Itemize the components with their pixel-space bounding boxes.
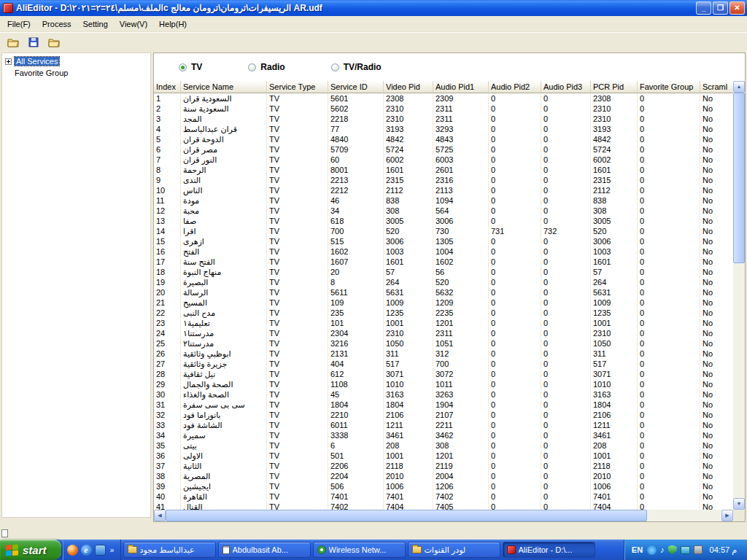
service-row-39[interactable]: 39ايجيشينTV506100612060010060No [154,481,733,491]
antivirus-shield-icon[interactable] [668,545,677,555]
open-folder-button[interactable] [44,34,63,50]
language-indicator[interactable]: EN [632,545,643,554]
minimize-button[interactable]: _ [696,1,711,15]
service-row-18[interactable]: 18منهاج النبوةTV20575600570No [154,267,733,277]
horizontal-scroll-thumb[interactable] [166,510,647,521]
tree-item-all-services[interactable]: All Services [4,55,149,67]
service-row-22[interactable]: 22مدح النبىTV235123522350012350No [154,308,733,318]
vertical-scroll-thumb[interactable] [733,93,745,263]
column-header-pcr-pid[interactable]: PCR Pid [591,81,638,93]
service-row-16[interactable]: 16الفتحTV1602100310040010030No [154,246,733,257]
service-row-32[interactable]: 32بانوراما فودTV2210210621070021060No [154,410,733,420]
service-row-27[interactable]: 27جزيرة وثائقيةTV404517700005170No [154,359,733,369]
service-row-12[interactable]: 12محبةTV34308564003080No [154,206,733,216]
maximize-button[interactable]: ❐ [713,1,728,15]
close-button[interactable]: ✕ [729,1,745,15]
taskbar-task-alieditor-d[interactable]: AliEditor - D:\... [503,542,595,558]
column-header-service-id[interactable]: Service ID [328,81,384,93]
menu-setting[interactable]: Setting [77,18,114,31]
start-button[interactable]: start [0,540,61,560]
service-row-13[interactable]: 13صفاTV618300530060030050No [154,216,733,226]
service-row-21[interactable]: 21المسيحTV109100912090010090No [154,298,733,308]
taskbar-task-لودر-القنوات[interactable]: لودر القنوات [408,542,500,558]
menu-file-f[interactable]: File(F) [1,18,36,31]
quick-launch-overflow-chevron[interactable]: » [109,546,116,554]
scroll-down-icon[interactable] [733,498,745,510]
filter-tv-radio[interactable]: TV/Radio [331,62,382,72]
vertical-scrollbar[interactable] [733,81,745,510]
column-header-video-pid[interactable]: Video Pid [384,81,433,93]
service-row-1[interactable]: 1السعودية قرانTV5601230823090023080No [154,93,733,104]
firefox-icon[interactable] [67,545,78,556]
service-row-40[interactable]: 40القاهرةTV7401740174020074010No [154,491,733,502]
taskbar-task-عبدالباسط-مجود[interactable]: عبدالباسط مجود [123,542,216,558]
service-row-36[interactable]: 36الاولىTV501100112010010010No [154,451,733,461]
service-row-31[interactable]: 31سى بى سى سفرةTV1804180419040018040No [154,400,733,410]
column-header-favorite-group[interactable]: Favorite Group [638,81,700,93]
scroll-left-icon[interactable] [154,510,166,521]
expand-plus-icon[interactable] [5,58,12,65]
service-row-24[interactable]: 24مدرستنا١TV2304231023110023100No [154,328,733,338]
filter-tv[interactable]: TV [179,62,202,72]
open-button[interactable] [4,34,22,50]
menu-view-v[interactable]: View(V) [114,18,153,31]
tree-item-favorite-group[interactable]: Favorite Group [4,67,149,79]
service-row-8[interactable]: 8الرحمةTV8001160126010016010No [154,165,733,175]
column-header-audio-pid3[interactable]: Audio Pid3 [541,81,591,93]
horizontal-scrollbar[interactable] [154,510,733,521]
save-button[interactable] [24,34,42,50]
service-row-23[interactable]: 23تعليمية١TV101100112010010010No [154,318,733,328]
service-row-2[interactable]: 2السعودية سنةTV5602231023110023100No [154,104,733,114]
volume-icon[interactable]: ♪ [660,545,665,554]
column-header-index[interactable]: Index [154,81,181,93]
cell: 2119 [433,461,489,471]
safely-remove-icon[interactable] [694,545,703,554]
service-row-33[interactable]: 33الشاشة فودTV6011121122110012110No [154,420,733,430]
internet-explorer-icon[interactable]: e [81,545,92,556]
scroll-up-icon[interactable] [733,81,745,93]
service-row-37[interactable]: 37الثانيةTV2206211821190021180No [154,461,733,471]
column-header-service-type[interactable]: Service Type [267,81,328,93]
clock[interactable]: م 04:57 [707,545,737,555]
column-header-service-name[interactable]: Service Name [181,81,267,93]
service-row-5[interactable]: 5الدوحة قرانTV4840484248430048420No [154,134,733,144]
service-row-7[interactable]: 7النور قرانTV60600260030060020No [154,155,733,165]
service-row-34[interactable]: 34سميرةTV3338346134620034610No [154,430,733,440]
network-icon[interactable] [681,546,690,554]
service-row-3[interactable]: 3المجدTV2218231023110023100No [154,114,733,124]
service-row-30[interactable]: 30الصحة والغذاءTV45316332630031630No [154,389,733,400]
cell: 1010 [384,379,433,389]
service-row-17[interactable]: 17الفتح سنةTV1607160116020016010No [154,257,733,267]
service-row-35[interactable]: 35بيتىTV6208308002080No [154,440,733,451]
service-row-29[interactable]: 29الصحة والجمالTV1108101010110010100No [154,379,733,389]
service-row-41[interactable]: 41القنالTV7402740474050074040No [154,502,733,510]
taskbar-task-abdulbasit-ab[interactable]: Abdulbasit Ab... [218,542,311,558]
column-header-scraml[interactable]: Scraml [700,81,733,93]
service-row-25[interactable]: 25مدرستنا٢TV3216105010510010500No [154,338,733,349]
scroll-right-icon[interactable] [721,510,733,521]
filter-radio[interactable]: Radio [248,62,285,72]
service-row-11[interactable]: 11مودةTV468381094008380No [154,195,733,206]
service-row-26[interactable]: 26ابوظبي وثائقيةTV2131311312003110No [154,349,733,359]
service-row-28[interactable]: 28نيل ثقافيةTV612307130720030710No [154,369,733,379]
service-row-15[interactable]: 15ازهرىTV515300613050030060No [154,236,733,246]
service-row-4[interactable]: 4قران عبدالباسطTV77319332930031930No [154,124,733,134]
messenger-icon[interactable] [95,545,106,556]
service-row-6[interactable]: 6مصر قرانTV5709572457250057240No [154,144,733,155]
cell: 0 [541,114,591,124]
cell: 34 [154,430,181,440]
menu-process[interactable]: Process [36,18,77,31]
service-row-20[interactable]: 20الرسالةTV5611563156320056310No [154,287,733,298]
service-row-9[interactable]: 9الندىTV2213231523160023150No [154,175,733,185]
service-row-14[interactable]: 14اقراTV7005207307317325200No [154,226,733,236]
taskbar-task-wireless-netw[interactable]: Wireless Netw... [313,542,406,558]
cell: 2310 [591,104,638,114]
connection-icon[interactable] [647,545,657,555]
service-row-19[interactable]: 19البصيرةTV8264520002640No [154,277,733,287]
service-row-38[interactable]: 38المصريةTV2204201020040020100No [154,471,733,481]
menu-help-h[interactable]: Help(H) [153,18,193,31]
column-header-audio-pid1[interactable]: Audio Pid1 [433,81,489,93]
title-bar[interactable]: AliEditor - D:\الملف\مسلم\٢٤=٢=٢٠٢١c الر… [0,0,747,16]
service-row-10[interactable]: 10الناسTV2212211221130021120No [154,185,733,195]
column-header-audio-pid2[interactable]: Audio Pid2 [489,81,541,93]
